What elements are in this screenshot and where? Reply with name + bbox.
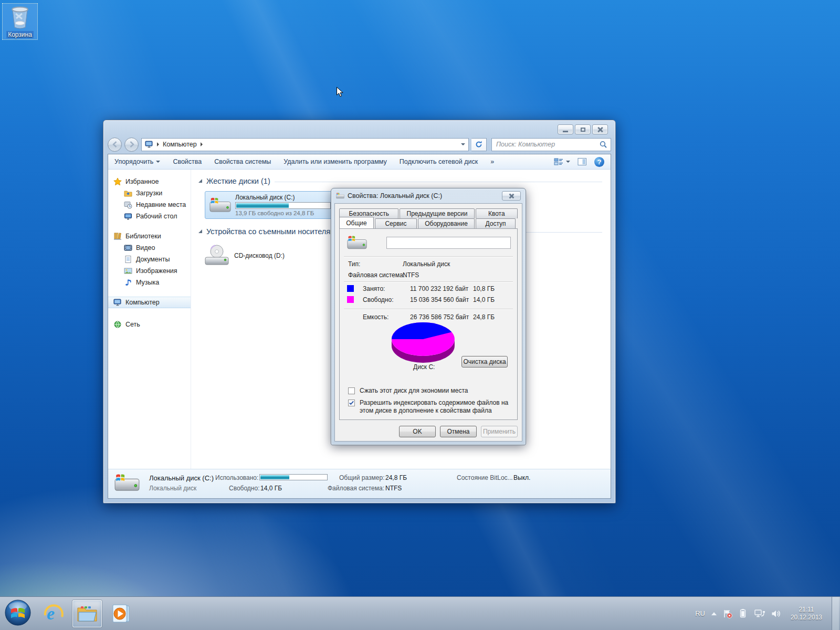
forward-button[interactable] <box>124 138 139 152</box>
mouse-cursor-icon <box>336 87 344 99</box>
sidebar-item-recent-places[interactable]: Недавние места <box>108 199 191 211</box>
sidebar-item-desktop[interactable]: Рабочий стол <box>108 211 191 222</box>
network-status-icon[interactable] <box>754 609 765 618</box>
maximize-icon <box>581 128 585 132</box>
cd-drive-name: CD-дисковод (D:) <box>234 252 285 259</box>
help-icon[interactable]: ? <box>594 157 604 167</box>
forward-icon <box>128 141 135 148</box>
disk-usage-pie-chart <box>390 321 456 365</box>
general-tab-panel: Тип: Локальный диск Файловая система: NT… <box>339 228 518 420</box>
back-button[interactable] <box>108 138 122 152</box>
free-bytes: 15 036 354 560 байт <box>410 296 469 303</box>
index-checkbox[interactable] <box>348 400 355 406</box>
clock[interactable]: 21:11 20.12.2013 <box>791 606 822 622</box>
internet-explorer-button[interactable]: e <box>39 600 68 627</box>
tab-hardware[interactable]: Оборудование <box>418 218 475 228</box>
collapse-icon <box>198 229 202 233</box>
capacity-bytes: 26 736 586 752 байт <box>410 313 469 321</box>
tab-tools[interactable]: Сервис <box>375 218 417 228</box>
address-bar[interactable]: Компьютер <box>141 138 469 151</box>
map-network-drive-button[interactable]: Подключить сетевой диск <box>400 158 478 165</box>
tab-previous-versions[interactable]: Предыдущие версии <box>400 208 474 218</box>
properties-button[interactable]: Свойства <box>173 158 202 165</box>
libraries-icon <box>113 232 122 240</box>
disk-cleanup-button[interactable]: Очистка диска <box>461 356 508 368</box>
sidebar-item-video[interactable]: Видео <box>108 242 191 254</box>
recycle-bin[interactable]: Корзина <box>2 3 38 40</box>
sidebar-item-documents[interactable]: Документы <box>108 254 191 265</box>
apply-button[interactable]: Применить <box>481 426 518 437</box>
search-icon <box>600 141 607 149</box>
volume-icon[interactable] <box>771 609 781 618</box>
drive-c-item[interactable]: Локальный диск (C:) 13,9 ГБ свободно из … <box>205 191 335 219</box>
sidebar-item-network[interactable]: Сеть <box>108 319 191 330</box>
dialog-client: Безопасность Предыдущие версии Квота Общ… <box>334 203 522 442</box>
recent-places-icon <box>124 201 132 209</box>
compress-checkbox-label[interactable]: Сжать этот диск для экономии места <box>360 387 517 395</box>
search-box[interactable] <box>491 138 611 151</box>
address-dropdown-icon[interactable] <box>461 143 465 148</box>
dialog-titlebar: Свойства: Локальный диск (C:) <box>331 188 526 203</box>
status-size-label: Общий размер: <box>339 474 384 481</box>
show-desktop-button[interactable] <box>832 597 839 630</box>
show-hidden-icons-button[interactable] <box>711 610 717 615</box>
volume-label-input[interactable] <box>386 237 511 249</box>
capacity-label: Емкость: <box>363 313 388 321</box>
back-icon <box>111 141 119 148</box>
media-player-icon <box>110 603 131 624</box>
windows-explorer-button[interactable] <box>72 600 102 627</box>
maximize-button[interactable] <box>575 124 591 134</box>
sidebar-item-favorites[interactable]: Избранное <box>108 176 191 187</box>
index-checkbox-label[interactable]: Разрешить индексировать содержимое файло… <box>360 399 522 415</box>
views-button[interactable] <box>554 158 570 166</box>
navigation-pane: Избранное Загрузки Недавние места Рабочи… <box>108 170 191 469</box>
sidebar-item-pictures[interactable]: Изображения <box>108 265 191 277</box>
ok-button[interactable]: OK <box>399 426 436 437</box>
breadcrumb-location[interactable]: Компьютер <box>163 141 197 148</box>
organize-menu[interactable]: Упорядочить <box>114 158 160 165</box>
minimize-button[interactable] <box>558 124 573 134</box>
command-bar: Упорядочить Свойства Свойства системы Уд… <box>108 154 611 170</box>
music-note-icon <box>124 278 132 287</box>
window-caption-buttons <box>558 124 608 134</box>
battery-icon[interactable] <box>739 609 748 618</box>
preview-pane-icon <box>578 158 587 166</box>
toolbar-overflow-button[interactable]: » <box>490 158 494 165</box>
sidebar-item-downloads[interactable]: Загрузки <box>108 187 191 199</box>
preview-pane-button[interactable] <box>578 158 587 166</box>
internet-explorer-icon: e <box>43 603 65 625</box>
dialog-close-button[interactable] <box>502 191 521 201</box>
tab-general[interactable]: Общие <box>339 217 374 228</box>
pie-caption: Диск C: <box>413 363 435 371</box>
computer-icon <box>113 299 122 306</box>
uninstall-program-button[interactable]: Удалить или изменить программу <box>284 158 387 165</box>
free-label: Свободно: <box>363 296 394 303</box>
folder-icon <box>77 605 98 623</box>
cd-drive-icon <box>205 245 229 267</box>
close-button[interactable] <box>592 124 608 134</box>
sidebar-item-music[interactable]: Музыка <box>108 277 191 288</box>
compress-checkbox[interactable] <box>348 387 355 394</box>
status-usage-bar <box>259 474 328 480</box>
sidebar-item-libraries[interactable]: Библиотеки <box>108 230 191 242</box>
free-color-swatch <box>347 296 354 303</box>
desktop-icon <box>124 212 132 220</box>
refresh-icon <box>475 140 483 149</box>
type-label: Тип: <box>348 260 360 268</box>
status-drive-name: Локальный диск (C:) <box>149 474 214 482</box>
action-center-flag-icon[interactable] <box>723 609 732 618</box>
system-properties-button[interactable]: Свойства системы <box>214 158 271 165</box>
section-hard-disks[interactable]: Жесткие диски (1) <box>198 176 602 186</box>
status-drive-type: Локальный диск <box>149 485 196 492</box>
sidebar-item-computer[interactable]: Компьютер <box>108 297 191 308</box>
tab-quota[interactable]: Квота <box>476 208 518 218</box>
cancel-button[interactable]: Отмена <box>440 426 477 437</box>
refresh-button[interactable] <box>471 138 487 151</box>
media-player-button[interactable] <box>106 600 135 627</box>
search-input[interactable] <box>495 140 600 149</box>
pictures-icon <box>124 267 132 275</box>
start-button[interactable] <box>4 599 32 628</box>
tab-sharing[interactable]: Доступ <box>476 218 516 228</box>
language-indicator[interactable]: RU <box>695 610 705 617</box>
breadcrumb-chevron-icon <box>157 142 159 146</box>
